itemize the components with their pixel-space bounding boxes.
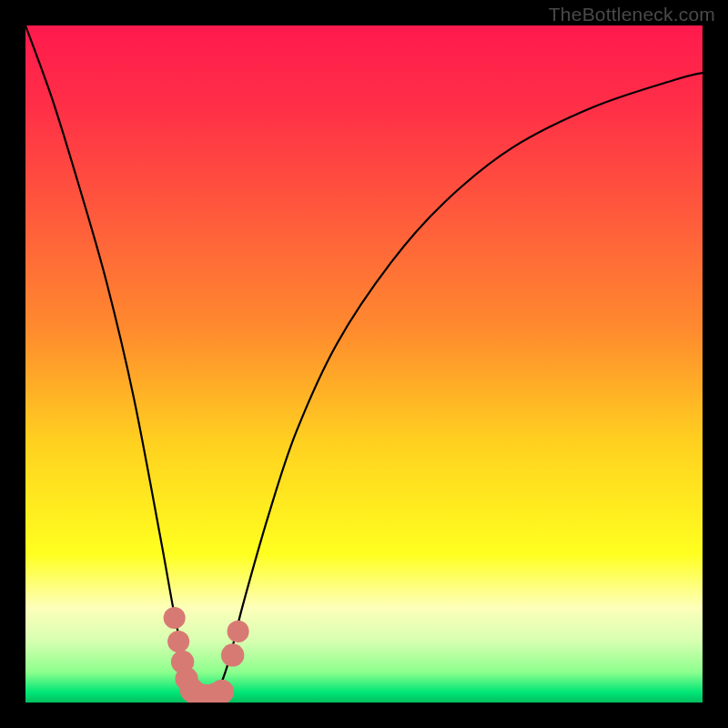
marker-dot [167,631,189,652]
watermark-text: TheBottleneck.com [549,4,715,25]
marker-dot [228,621,249,642]
chart-svg [25,25,703,703]
marker-dot [164,607,186,629]
marker-dot [221,643,244,666]
plot-area [25,25,703,703]
chart-frame: TheBottleneck.com [0,0,728,728]
